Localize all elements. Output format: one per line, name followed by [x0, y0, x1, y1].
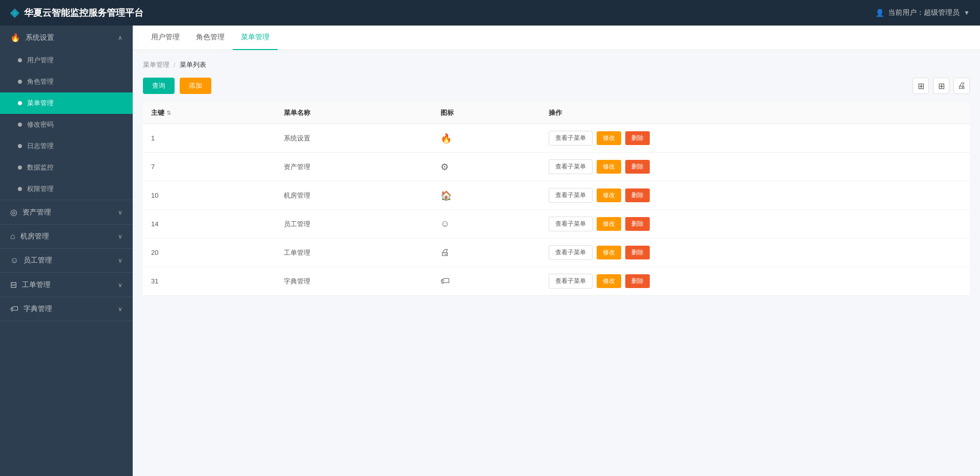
table-header-row: 主键 ⇅ 菜单名称 图标 操作	[143, 102, 970, 124]
table-row: 14 员工管理 ☺ 查看子菜单 修改 删除	[143, 210, 970, 239]
sub-dot-icon	[18, 101, 22, 105]
delete-button[interactable]: 删除	[625, 217, 650, 231]
cell-icon: 🖨	[432, 239, 541, 267]
sidebar-item-menu-mgmt[interactable]: 菜单管理	[0, 92, 133, 114]
sidebar-item-log-mgmt[interactable]: 日志管理	[0, 135, 133, 157]
grid-view-button[interactable]: ⊞	[913, 78, 929, 94]
col-id: 主键 ⇅	[143, 102, 276, 124]
cell-actions: 查看子菜单 修改 删除	[541, 239, 970, 267]
workorder-icon: ⊟	[10, 280, 17, 290]
sidebar-section-dict: 🏷 字典管理 ∨	[0, 297, 133, 321]
sidebar-section-asset: ◎ 资产管理 ∨	[0, 200, 133, 225]
tab-menu-mgmt[interactable]: 菜单管理	[233, 26, 278, 50]
print-button[interactable]: 🖨	[953, 78, 970, 94]
edit-button[interactable]: 修改	[597, 274, 621, 288]
breadcrumb-parent: 菜单管理	[143, 60, 169, 69]
col-actions: 操作	[541, 102, 970, 124]
header-right: 👤 当前用户：超级管理员 ▼	[875, 8, 970, 17]
asset-chevron: ∨	[118, 209, 122, 216]
sidebar-section-header-workorder[interactable]: ⊟ 工单管理 ∨	[0, 273, 133, 297]
sidebar-section-system: 🔥 系统设置 ∧ 用户管理 角色管理 菜单管理 修改密码	[0, 26, 133, 200]
cell-name: 资产管理	[276, 153, 432, 181]
dict-mgmt-label: 字典管理	[23, 304, 52, 314]
sidebar-section-staff: ☺ 员工管理 ∨	[0, 249, 133, 273]
cell-actions: 查看子菜单 修改 删除	[541, 210, 970, 239]
sort-icon[interactable]: ⇅	[166, 110, 171, 116]
menu-mgmt-label: 菜单管理	[27, 99, 54, 108]
dict-icon: 🏷	[10, 304, 18, 314]
cell-id: 14	[143, 210, 276, 239]
sidebar-section-header-dict[interactable]: 🏷 字典管理 ∨	[0, 297, 133, 321]
toolbar-right: ⊞ ⊞ 🖨	[913, 78, 970, 94]
view-children-button[interactable]: 查看子菜单	[549, 188, 593, 203]
cell-icon: 🏠	[432, 181, 541, 210]
action-cell: 查看子菜单 修改 删除	[549, 245, 962, 260]
content: 菜单管理 / 菜单列表 查询 添加 ⊞ ⊞ 🖨	[133, 50, 980, 476]
view-children-button[interactable]: 查看子菜单	[549, 131, 593, 146]
sub-dot-icon	[18, 58, 22, 62]
sidebar-item-change-pwd[interactable]: 修改密码	[0, 114, 133, 135]
sidebar-item-role-mgmt[interactable]: 角色管理	[0, 71, 133, 92]
cell-icon: 🔥	[432, 124, 541, 153]
edit-button[interactable]: 修改	[597, 217, 621, 231]
toolbar-left: 查询 添加	[143, 78, 211, 94]
cell-id: 20	[143, 239, 276, 267]
app-title: 华夏云智能监控服务管理平台	[24, 7, 143, 19]
sub-dot-icon	[18, 80, 22, 84]
user-dropdown-icon[interactable]: ▼	[964, 9, 970, 16]
menu-table: 主键 ⇅ 菜单名称 图标 操作	[143, 102, 970, 296]
edit-button[interactable]: 修改	[597, 131, 621, 145]
staff-icon: ☺	[10, 256, 18, 265]
asset-mgmt-label: 资产管理	[22, 208, 51, 217]
tab-role-mgmt[interactable]: 角色管理	[188, 26, 233, 50]
sidebar-section-header-room[interactable]: ⌂ 机房管理 ∨	[0, 225, 133, 248]
asset-icon: ◎	[10, 207, 17, 217]
table-row: 10 机房管理 🏠 查看子菜单 修改 删除	[143, 181, 970, 210]
table-wrapper: 主键 ⇅ 菜单名称 图标 操作	[143, 102, 970, 296]
sidebar-item-user-mgmt[interactable]: 用户管理	[0, 50, 133, 71]
cell-name: 员工管理	[276, 210, 432, 239]
cell-actions: 查看子菜单 修改 删除	[541, 267, 970, 296]
delete-button[interactable]: 删除	[625, 274, 650, 288]
sidebar-section-header-system[interactable]: 🔥 系统设置 ∧	[0, 26, 133, 50]
delete-button[interactable]: 删除	[625, 188, 650, 202]
shield-icon: ◈	[10, 6, 19, 19]
delete-button[interactable]: 删除	[625, 246, 650, 259]
breadcrumb: 菜单管理 / 菜单列表	[143, 60, 970, 69]
view-children-button[interactable]: 查看子菜单	[549, 245, 593, 260]
sub-dot-icon	[18, 165, 22, 170]
current-user-label: 当前用户：超级管理员	[888, 8, 960, 17]
cell-name: 工单管理	[276, 239, 432, 267]
cell-icon: 🏷	[432, 267, 541, 296]
edit-button[interactable]: 修改	[597, 188, 621, 202]
add-button[interactable]: 添加	[180, 78, 211, 94]
sidebar: 🔥 系统设置 ∧ 用户管理 角色管理 菜单管理 修改密码	[0, 26, 133, 476]
sidebar-section-header-staff[interactable]: ☺ 员工管理 ∨	[0, 249, 133, 272]
perm-mgmt-label: 权限管理	[27, 184, 54, 194]
cell-id: 7	[143, 153, 276, 181]
sub-dot-icon	[18, 187, 22, 191]
view-children-button[interactable]: 查看子菜单	[549, 217, 593, 231]
delete-button[interactable]: 删除	[625, 131, 650, 145]
edit-button[interactable]: 修改	[597, 160, 621, 174]
sidebar-item-perm-mgmt[interactable]: 权限管理	[0, 178, 133, 200]
query-button[interactable]: 查询	[143, 78, 175, 94]
delete-button[interactable]: 删除	[625, 160, 650, 174]
edit-button[interactable]: 修改	[597, 246, 621, 259]
sidebar-item-data-monitor[interactable]: 数据监控	[0, 157, 133, 178]
view-children-button[interactable]: 查看子菜单	[549, 274, 593, 289]
room-chevron: ∨	[118, 233, 122, 240]
export-button[interactable]: ⊞	[933, 78, 949, 94]
sidebar-section-header-asset[interactable]: ◎ 资产管理 ∨	[0, 200, 133, 224]
sidebar-section-workorder: ⊟ 工单管理 ∨	[0, 273, 133, 297]
table-row: 7 资产管理 ⚙ 查看子菜单 修改 删除	[143, 153, 970, 181]
cell-actions: 查看子菜单 修改 删除	[541, 124, 970, 153]
log-mgmt-label: 日志管理	[27, 141, 54, 151]
main: 用户管理 角色管理 菜单管理 菜单管理 / 菜单列表 查询 添加	[133, 26, 980, 476]
workorder-chevron: ∨	[118, 281, 122, 289]
header-left: ◈ 华夏云智能监控服务管理平台	[10, 6, 143, 19]
tab-user-mgmt[interactable]: 用户管理	[143, 26, 188, 50]
cell-icon: ☺	[432, 210, 541, 239]
view-children-button[interactable]: 查看子菜单	[549, 159, 593, 174]
cell-id: 31	[143, 267, 276, 296]
